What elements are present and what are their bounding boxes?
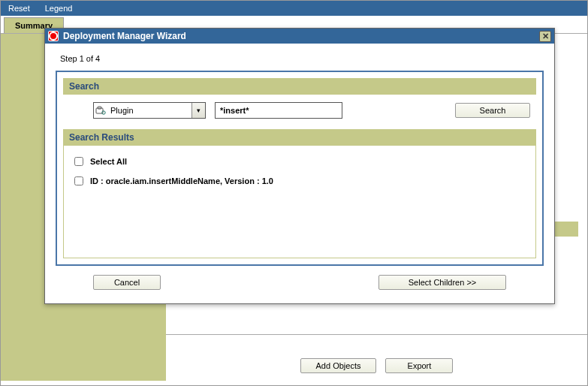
dialog-body: Step 1 of 4 Search Plugin ▾ bbox=[45, 44, 554, 303]
legend-link[interactable]: Legend bbox=[45, 4, 73, 13]
select-children-button[interactable]: Select Children >> bbox=[378, 275, 506, 290]
search-section-header: Search bbox=[63, 78, 536, 95]
export-button[interactable]: Export bbox=[385, 358, 453, 373]
add-objects-button[interactable]: Add Objects bbox=[300, 358, 377, 373]
deployment-manager-wizard-dialog: Deployment Manager Wizard ✕ Step 1 of 4 … bbox=[44, 28, 555, 304]
search-row: Plugin ▾ Search bbox=[63, 95, 536, 129]
close-icon[interactable]: ✕ bbox=[539, 31, 551, 42]
entity-type-value: Plugin bbox=[107, 106, 191, 115]
reset-link[interactable]: Reset bbox=[8, 4, 30, 13]
results-section-header: Search Results bbox=[63, 129, 536, 146]
bottom-button-bar: Add Objects Export bbox=[166, 358, 587, 373]
select-all-label: Select All bbox=[90, 157, 127, 166]
result-checkbox[interactable] bbox=[74, 176, 83, 185]
select-all-checkbox[interactable] bbox=[74, 157, 83, 166]
dialog-title-text: Deployment Manager Wizard bbox=[63, 31, 186, 41]
wizard-button-bar: Cancel Select Children >> bbox=[56, 266, 544, 293]
search-input[interactable] bbox=[215, 102, 342, 119]
entity-type-select[interactable]: Plugin ▾ bbox=[93, 102, 206, 119]
divider bbox=[166, 334, 587, 335]
cancel-button[interactable]: Cancel bbox=[93, 275, 161, 290]
top-menu-bar: Reset Legend bbox=[1, 1, 587, 16]
chevron-down-icon[interactable]: ▾ bbox=[191, 103, 205, 118]
search-button[interactable]: Search bbox=[455, 103, 530, 118]
dialog-titlebar: Deployment Manager Wizard ✕ bbox=[45, 29, 554, 44]
result-label: ID : oracle.iam.insertMiddleName, Versio… bbox=[90, 176, 273, 185]
wizard-step-label: Step 1 of 4 bbox=[56, 50, 544, 71]
app-icon bbox=[48, 31, 59, 41]
plugin-icon bbox=[94, 106, 107, 115]
result-row[interactable]: ID : oracle.iam.insertMiddleName, Versio… bbox=[71, 171, 528, 191]
svg-point-2 bbox=[102, 111, 105, 114]
wizard-content-box: Search Plugin ▾ Search bbox=[56, 71, 544, 266]
select-all-row[interactable]: Select All bbox=[71, 152, 528, 171]
results-body: Select All ID : oracle.iam.insertMiddleN… bbox=[63, 146, 536, 258]
